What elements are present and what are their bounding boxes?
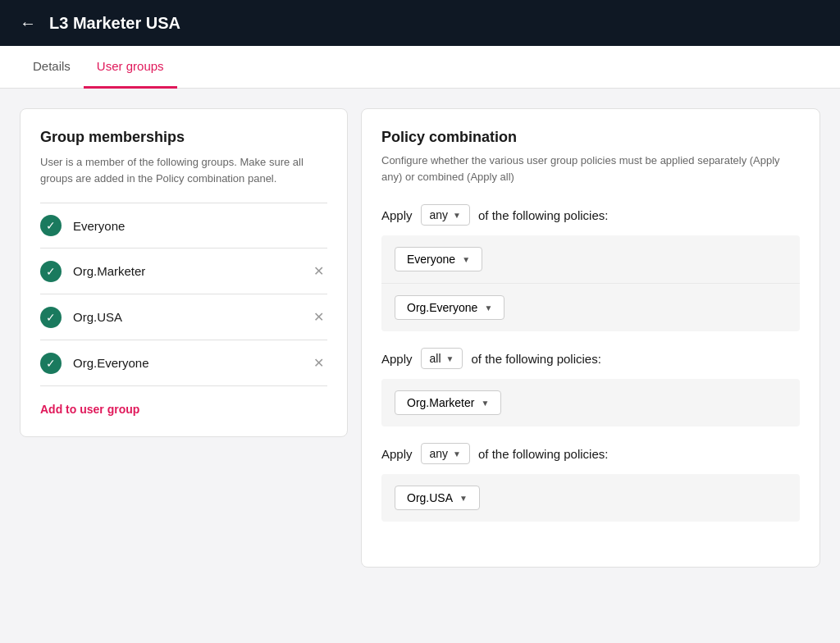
policy-items-2: Org.Marketer ▼ (381, 379, 800, 426)
policy-label: Everyone (407, 253, 455, 266)
page-title: L3 Marketer USA (49, 14, 180, 33)
apply-label-1: Apply (381, 208, 413, 222)
policy-item: Org.Marketer ▼ (381, 379, 800, 426)
chevron-down-icon: ▼ (453, 449, 461, 458)
apply-row-3: Apply any ▼ of the following policies: (381, 443, 800, 464)
list-item: ✓ Everyone (40, 203, 327, 249)
remove-button[interactable]: ✕ (310, 306, 327, 328)
policy-section-1: Apply any ▼ of the following policies: E… (381, 204, 800, 331)
check-icon: ✓ (40, 307, 62, 328)
remove-button[interactable]: ✕ (310, 260, 327, 282)
policy-combination-panel: Policy combination Configure whether the… (361, 108, 820, 568)
policy-dropdown-everyone[interactable]: Everyone ▼ (395, 247, 482, 271)
policy-dropdown-org-marketer[interactable]: Org.Marketer ▼ (395, 390, 501, 415)
app-header: ← L3 Marketer USA (0, 0, 840, 46)
checkmark: ✓ (46, 357, 56, 370)
tab-bar: Details User groups (0, 46, 840, 89)
chevron-down-icon: ▼ (484, 303, 492, 312)
apply-label-2: Apply (381, 352, 413, 366)
apply-label-3: Apply (381, 447, 413, 461)
policy-items-3: Org.USA ▼ (381, 474, 800, 522)
check-icon: ✓ (40, 261, 62, 282)
apply-value-2: all (430, 352, 441, 365)
policy-combination-title: Policy combination (381, 129, 800, 146)
apply-any-dropdown-1[interactable]: any ▼ (421, 204, 470, 226)
checkmark: ✓ (46, 219, 56, 232)
policy-section-3: Apply any ▼ of the following policies: O… (381, 443, 800, 522)
chevron-down-icon: ▼ (481, 399, 489, 408)
list-item: ✓ Org.USA ✕ (40, 294, 327, 340)
chevron-down-icon: ▼ (446, 354, 454, 363)
policy-item: Org.USA ▼ (381, 474, 800, 522)
main-content: Group memberships User is a member of th… (0, 89, 840, 587)
group-memberships-desc: User is a member of the following groups… (40, 154, 327, 186)
policy-item: Org.Everyone ▼ (381, 284, 800, 331)
list-item: ✓ Org.Everyone ✕ (40, 340, 327, 386)
checkmark: ✓ (46, 265, 56, 278)
chevron-down-icon: ▼ (459, 494, 468, 503)
tab-user-groups[interactable]: User groups (84, 46, 177, 89)
policy-label: Org.USA (407, 491, 453, 504)
policy-dropdown-org-everyone[interactable]: Org.Everyone ▼ (395, 295, 504, 320)
policy-dropdown-org-usa[interactable]: Org.USA ▼ (395, 486, 480, 510)
check-icon: ✓ (40, 215, 62, 236)
apply-value-3: any (430, 447, 449, 460)
remove-button[interactable]: ✕ (310, 352, 327, 374)
apply-row-2: Apply all ▼ of the following policies: (381, 348, 800, 369)
tab-details[interactable]: Details (20, 46, 84, 89)
group-name-org-everyone: Org.Everyone (73, 356, 299, 370)
apply-any-dropdown-3[interactable]: any ▼ (421, 443, 470, 464)
chevron-down-icon: ▼ (462, 255, 470, 264)
back-button[interactable]: ← (20, 14, 36, 33)
add-to-user-group-button[interactable]: Add to user group (40, 403, 139, 416)
list-item: ✓ Org.Marketer ✕ (40, 249, 327, 294)
policy-label: Org.Marketer (407, 396, 474, 409)
policy-items-1: Everyone ▼ Org.Everyone ▼ (381, 235, 800, 331)
policy-combination-desc: Configure whether the various user group… (381, 153, 800, 185)
group-memberships-title: Group memberships (40, 129, 327, 146)
policy-section-2: Apply all ▼ of the following policies: O… (381, 348, 800, 426)
group-name-everyone: Everyone (73, 219, 327, 233)
of-label-2: of the following policies: (471, 352, 600, 366)
apply-all-dropdown-2[interactable]: all ▼ (421, 348, 463, 369)
checkmark: ✓ (46, 311, 56, 324)
group-memberships-panel: Group memberships User is a member of th… (20, 108, 348, 437)
group-name-org-marketer: Org.Marketer (73, 264, 299, 278)
check-icon: ✓ (40, 353, 62, 374)
apply-value-1: any (430, 208, 449, 221)
chevron-down-icon: ▼ (453, 211, 461, 220)
group-name-org-usa: Org.USA (73, 310, 299, 324)
apply-row-1: Apply any ▼ of the following policies: (381, 204, 800, 226)
policy-label: Org.Everyone (407, 301, 477, 314)
of-label-1: of the following policies: (478, 208, 608, 222)
of-label-3: of the following policies: (478, 447, 608, 461)
group-list: ✓ Everyone ✓ Org.Marketer ✕ ✓ Org.USA ✕ (40, 203, 327, 386)
policy-item: Everyone ▼ (381, 235, 800, 284)
